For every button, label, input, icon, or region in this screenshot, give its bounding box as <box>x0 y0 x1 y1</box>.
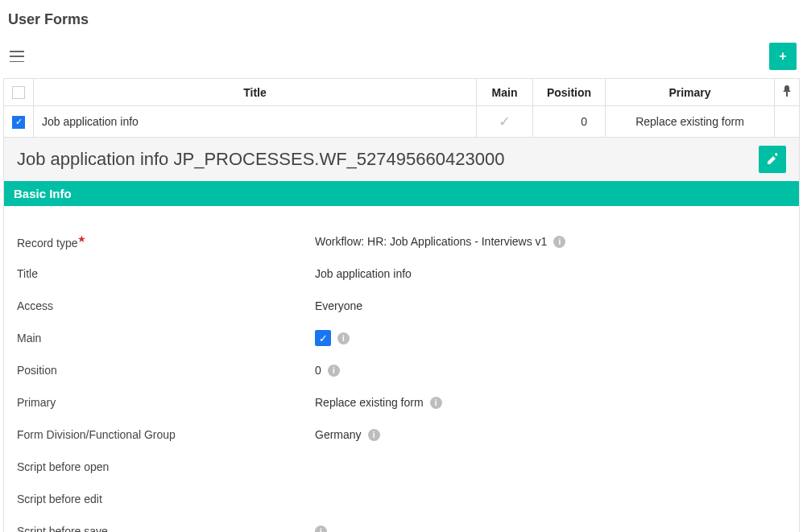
info-icon[interactable]: i <box>315 526 327 532</box>
row-checkbox[interactable]: ✓ <box>12 116 25 129</box>
select-all-checkbox[interactable] <box>12 86 25 99</box>
info-icon[interactable]: i <box>368 429 380 441</box>
pin-icon <box>783 85 791 97</box>
row-primary: Replace existing form <box>606 106 775 138</box>
info-icon[interactable]: i <box>337 332 350 344</box>
title-value: Job application info <box>315 267 412 280</box>
row-main: ✓ <box>477 106 533 138</box>
access-value: Everyone <box>315 299 362 312</box>
pencil-icon <box>766 153 779 166</box>
col-position-header[interactable]: Position <box>533 79 606 106</box>
field-script-edit: Script before edit <box>17 483 786 515</box>
plus-icon: + <box>779 49 786 64</box>
table-row[interactable]: ✓ Job application info ✓ 0 Replace exist… <box>4 106 800 138</box>
info-icon[interactable]: i <box>553 236 565 248</box>
section-basic-info: Basic Info <box>4 181 799 206</box>
col-primary-header[interactable]: Primary <box>606 79 775 106</box>
detail-title: Job application info JP_PROCESSES.WF_527… <box>17 149 759 170</box>
record-type-value: Workflow: HR: Job Applications - Intervi… <box>315 235 547 248</box>
field-record-type: Record type★ Workflow: HR: Job Applicati… <box>17 225 786 258</box>
field-title: Title Job application info <box>17 258 786 290</box>
field-main: Main ✓ i <box>17 322 786 354</box>
required-star-icon: ★ <box>77 233 86 245</box>
col-main-header[interactable]: Main <box>477 79 533 106</box>
col-title-header[interactable]: Title <box>34 79 477 106</box>
info-icon[interactable]: i <box>430 397 442 409</box>
add-button[interactable]: + <box>769 43 797 70</box>
col-pin-header[interactable] <box>775 79 800 106</box>
row-title: Job application info <box>34 106 477 138</box>
edit-button[interactable] <box>759 146 786 173</box>
position-value: 0 <box>315 364 321 377</box>
forms-table: Title Main Position Primary ✓ Job applic… <box>3 78 800 138</box>
menu-icon[interactable] <box>10 51 24 62</box>
row-position: 0 <box>533 106 606 138</box>
field-position: Position 0 i <box>17 354 786 386</box>
field-division: Form Division/Functional Group Germany i <box>17 419 786 451</box>
info-icon[interactable]: i <box>328 365 340 377</box>
main-checkbox: ✓ <box>315 330 331 346</box>
division-value: Germany <box>315 428 362 441</box>
field-script-save: Script before save i <box>17 515 786 532</box>
field-script-open: Script before open <box>17 451 786 483</box>
field-access: Access Everyone <box>17 290 786 322</box>
page-title: User Forms <box>8 11 800 28</box>
field-primary: Primary Replace existing form i <box>17 386 786 419</box>
primary-value: Replace existing form <box>315 396 424 409</box>
